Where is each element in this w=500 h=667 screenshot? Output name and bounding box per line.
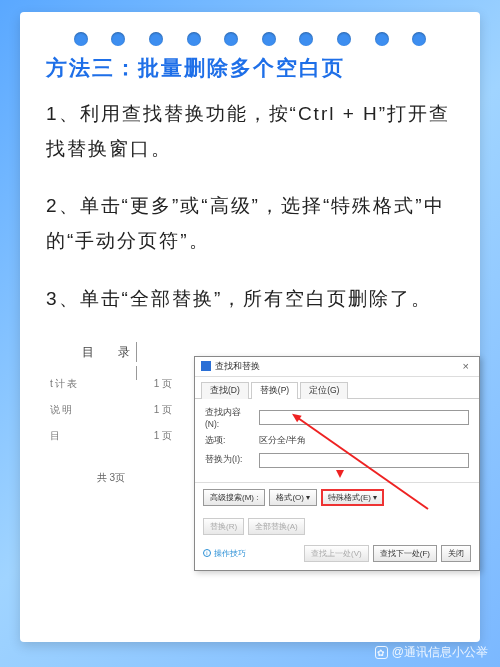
step-3: 3、单击“全部替换”，所有空白页删除了。: [46, 281, 454, 316]
method-title: 方法三：批量删除多个空白页: [46, 54, 454, 82]
close-button[interactable]: 关闭: [441, 545, 471, 562]
step-1: 1、利用查找替换功能，按“Ctrl + H”打开查找替换窗口。: [46, 96, 454, 166]
close-icon[interactable]: ×: [459, 360, 473, 372]
toc-row: t计表 1 页: [46, 371, 176, 397]
options-label: 选项:: [205, 435, 253, 447]
find-next-button[interactable]: 查找下一处(F): [373, 545, 437, 562]
tips-link[interactable]: i 操作技巧: [203, 548, 246, 559]
info-icon: i: [203, 549, 211, 557]
spiral-holes: [20, 32, 480, 46]
page-divider: [136, 366, 137, 380]
more-button[interactable]: 高级搜索(M) :: [203, 489, 265, 506]
dialog-footer: i 操作技巧 查找上一处(V) 查找下一处(F) 关闭: [195, 541, 479, 570]
tab-find[interactable]: 查找(D): [201, 382, 249, 399]
find-prev-button[interactable]: 查找上一处(V): [304, 545, 369, 562]
doc-heading: 目 录: [46, 338, 176, 371]
tab-goto[interactable]: 定位(G): [300, 382, 348, 399]
annotation-arrow-down: [336, 470, 344, 478]
toc-row: 目 1 页: [46, 423, 176, 449]
options-value: 区分全/半角: [259, 435, 306, 447]
screenshot-area: 目 录 t计表 1 页 说明 1 页 目 1 页 共 3页 查找和替换 ×: [46, 338, 454, 566]
tab-replace[interactable]: 替换(P): [251, 382, 298, 399]
replace-all-button[interactable]: 全部替换(A): [248, 518, 305, 535]
document-preview: 目 录 t计表 1 页 说明 1 页 目 1 页 共 3页: [46, 338, 176, 485]
button-row-replace: 替换(R) 全部替换(A): [195, 512, 479, 541]
replace-button[interactable]: 替换(R): [203, 518, 244, 535]
special-format-button[interactable]: 特殊格式(E) ▾: [321, 489, 384, 506]
dialog-title: 查找和替换: [215, 360, 260, 373]
format-button[interactable]: 格式(O) ▾: [269, 489, 317, 506]
step-2: 2、单击“更多”或“高级”，选择“特殊格式”中的“手动分页符”。: [46, 188, 454, 258]
button-row-advanced: 高级搜索(M) : 格式(O) ▾ 特殊格式(E) ▾: [195, 482, 479, 512]
watermark: ✿ @通讯信息小公举: [375, 644, 488, 661]
replace-label: 替换为(I):: [205, 454, 253, 466]
paper-sheet: 方法三：批量删除多个空白页 1、利用查找替换功能，按“Ctrl + H”打开查找…: [20, 12, 480, 642]
find-label: 查找内容(N):: [205, 407, 253, 429]
toc-row: 说明 1 页: [46, 397, 176, 423]
app-icon: [201, 361, 211, 371]
page-total: 共 3页: [46, 471, 176, 485]
dialog-titlebar[interactable]: 查找和替换 ×: [195, 357, 479, 377]
paw-icon: ✿: [375, 646, 388, 659]
page-divider: [136, 342, 137, 362]
find-replace-dialog: 查找和替换 × 查找(D) 替换(P) 定位(G) 查找内容(N): 选项: 区…: [194, 356, 480, 571]
dialog-tabs: 查找(D) 替换(P) 定位(G): [195, 377, 479, 399]
